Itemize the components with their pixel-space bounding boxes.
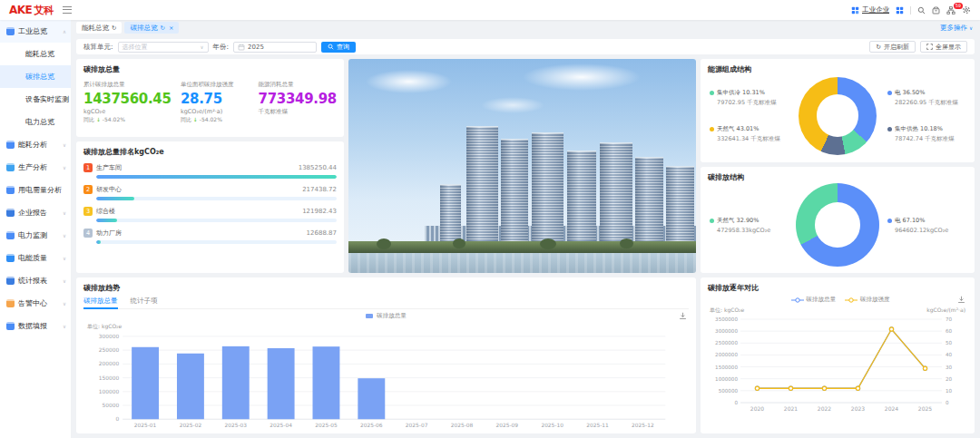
location-select[interactable]: 选择位置 ∨	[118, 42, 209, 53]
sidebar-item-4[interactable]: 企业报告∨	[0, 201, 71, 224]
arrow-down-icon: ↓	[96, 116, 101, 122]
svg-text:300000: 300000	[99, 334, 120, 339]
search-button[interactable]: 查询	[321, 42, 356, 53]
svg-text:70: 70	[946, 316, 953, 322]
sidebar-subitem-3[interactable]: 电力总览	[0, 111, 71, 133]
refresh-tab-icon[interactable]: ↻	[160, 24, 164, 32]
sidebar-collapse-icon[interactable]	[63, 6, 72, 14]
trees	[348, 241, 696, 253]
donut-legend-item: 天然气 43.01%332641.34 千克标准煤	[710, 125, 788, 143]
sidebar-subitem-1[interactable]: 碳排总览	[0, 65, 71, 88]
carbon-total-card: 碳排放总量 累计碳排放总量1437560.45kgCO₂e同比 ↓ -54.02…	[76, 59, 344, 137]
sidebar-subitem-0[interactable]: 能耗总览	[0, 43, 71, 65]
legend-right: 电 67.10%964602.12kgCO₂e	[887, 217, 965, 234]
legend-dot	[887, 127, 892, 131]
tab-label: 能耗总览	[82, 24, 109, 33]
compare-legend-item[interactable]: 碳排放总量	[791, 296, 837, 304]
refresh-tab-icon[interactable]: ↻	[112, 24, 116, 32]
svg-text:2025-09: 2025-09	[496, 423, 519, 428]
fullscreen-button[interactable]: 全屏显示	[920, 41, 967, 53]
archive-icon[interactable]	[932, 6, 940, 15]
sidebar-item-label: 电能质量	[18, 253, 47, 263]
notification-badge: 59	[954, 3, 963, 9]
legend-label: 碳排放总量	[377, 312, 407, 320]
tower	[532, 132, 563, 242]
ranking-row: 4动力厂房12688.87	[83, 229, 337, 244]
page-tab-0[interactable]: 能耗总览↻	[76, 22, 122, 34]
legend-dot	[710, 91, 714, 95]
sidebar-item-label: 统计报表	[18, 276, 47, 286]
svg-text:0: 0	[946, 400, 949, 405]
logo-text: AKE	[9, 4, 32, 16]
yearly-compare-card: 碳排放逐年对比 碳排放总量碳排放强度 单位: kgCO₂e kgCO₂e/(m²…	[701, 277, 975, 433]
trend-tab-1[interactable]: 统计子项	[131, 297, 158, 308]
sidebar-item-5[interactable]: 电力监测∨	[0, 224, 71, 247]
left-axis-unit: 单位: kgCO₂e	[710, 307, 744, 315]
svg-text:2025-07: 2025-07	[406, 423, 428, 428]
sidebar-item-7[interactable]: 统计报表∨	[0, 269, 71, 292]
trend-tab-0[interactable]: 碳排放总量	[83, 297, 118, 309]
apps-icon[interactable]	[896, 6, 904, 15]
refresh-icon: ↻	[876, 44, 881, 51]
power-quality-icon	[6, 254, 15, 262]
industry-overview-icon	[6, 27, 15, 35]
sidebar-subitem-2[interactable]: 设备实时监测	[0, 88, 71, 111]
energy-analysis-icon	[6, 141, 15, 149]
water	[348, 253, 696, 273]
filter-right-ops: ↻ 开启刷新 全屏显示	[869, 41, 967, 53]
svg-text:0: 0	[734, 400, 738, 405]
rank-value: 121982.43	[302, 208, 337, 215]
enterprise-switcher[interactable]: 工业企业	[851, 5, 889, 15]
sidebar-item-2[interactable]: 生产分析∨	[0, 156, 71, 179]
sidebar-item-9[interactable]: 数据填报∨	[0, 315, 71, 337]
sidebar-item-8[interactable]: 告警中心∨	[0, 292, 71, 315]
download-icon[interactable]	[679, 312, 687, 320]
org-tree-icon[interactable]: 59	[946, 6, 956, 15]
search-button-label: 查询	[337, 43, 349, 52]
trend-legend-row: 碳排放总量	[83, 312, 689, 320]
rank-badge: 3	[83, 207, 93, 216]
statistic-report-icon	[6, 277, 15, 285]
search-icon[interactable]	[917, 6, 926, 15]
sidebar-item-1[interactable]: 能耗分析∨	[0, 133, 71, 156]
arrow-down-icon: ↓	[193, 116, 198, 122]
stat-label: 累计碳排放总量	[83, 81, 181, 89]
rank-value: 1385250.44	[299, 164, 337, 171]
svg-text:3500000: 3500000	[715, 316, 738, 322]
sidebar-item-0[interactable]: 工业总览∧	[0, 20, 71, 43]
sidebar-item-3[interactable]: 用电需量分析	[0, 179, 71, 201]
ranking-row: 1生产车间1385250.44	[83, 163, 337, 179]
svg-text:2025-02: 2025-02	[180, 423, 202, 428]
download-icon[interactable]	[957, 296, 965, 304]
unit-filter-label: 核算单元:	[83, 43, 113, 52]
power-monitor-icon	[6, 231, 15, 239]
right-axis-unit: kgCO₂e/(m²·a)	[926, 307, 965, 315]
rank-bar-track	[96, 197, 337, 200]
tab-label: 碳排总览	[130, 24, 157, 33]
tower	[440, 184, 461, 242]
svg-text:20: 20	[946, 376, 953, 382]
location-select-value: 选择位置	[122, 43, 148, 52]
logo-cn-text: 艾科	[34, 4, 54, 17]
sidebar-item-label: 电力监测	[18, 230, 47, 240]
rank-bar-fill	[96, 197, 134, 200]
rank-bar-track	[96, 240, 337, 244]
legend-left: 集中供冷 10.31%79702.95 千克标准煤天然气 43.01%33264…	[710, 89, 788, 143]
year-picker[interactable]: 2025	[233, 42, 317, 53]
gear-icon[interactable]	[962, 5, 971, 15]
donut-legend-item: 集中供冷 10.31%79702.95 千克标准煤	[710, 89, 788, 107]
compare-legend-item[interactable]: 碳排放强度	[845, 296, 890, 304]
calendar-icon	[238, 44, 245, 51]
tree	[453, 238, 466, 248]
carbon-ranking-card: 碳排放总量排名kgCO₂e 1生产车间1385250.442研发中心217438…	[76, 141, 344, 273]
donut-legend-item: 集中供热 10.18%78742.74 千克标准煤	[887, 125, 965, 143]
cloud	[481, 97, 544, 113]
sidebar-item-6[interactable]: 电能质量∨	[0, 247, 71, 269]
auto-refresh-button[interactable]: ↻ 开启刷新	[869, 41, 916, 53]
page-tab-1[interactable]: 碳排总览↻×	[124, 22, 179, 34]
right-column: 能源组成结构 集中供冷 10.31%79702.95 千克标准煤天然气 43.0…	[701, 59, 975, 273]
year-picker-value: 2025	[248, 44, 264, 51]
close-icon[interactable]: ×	[169, 24, 173, 32]
tab-bar: 能耗总览↻碳排总览↻× 更多操作 ∨	[71, 20, 980, 35]
more-actions-link[interactable]: 更多操作 ∨	[940, 24, 973, 33]
